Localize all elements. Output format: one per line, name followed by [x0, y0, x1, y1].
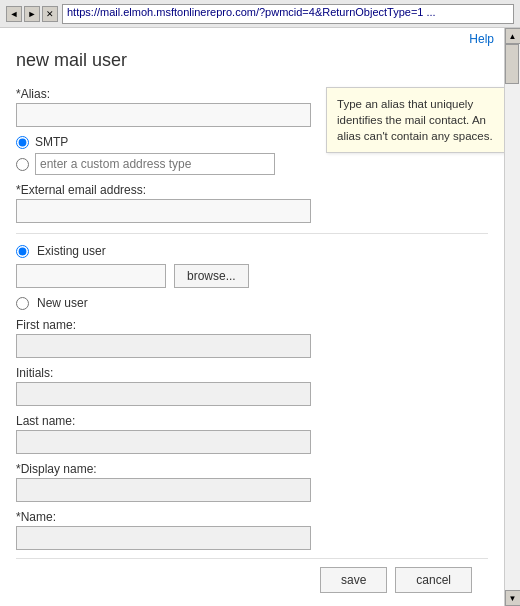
browse-button[interactable]: browse...	[174, 264, 249, 288]
name-section: *Name:	[16, 510, 488, 550]
form-container: new mail user *Alias: Type an alias that…	[0, 50, 504, 606]
name-label: *Name:	[16, 510, 488, 524]
page-title: new mail user	[16, 50, 488, 71]
custom-address-row	[16, 153, 488, 175]
new-user-row: New user	[16, 296, 488, 310]
cancel-button[interactable]: cancel	[395, 567, 472, 593]
custom-address-radio[interactable]	[16, 158, 29, 171]
display-name-section: *Display name:	[16, 462, 488, 502]
last-name-section: Last name:	[16, 414, 488, 454]
new-user-label[interactable]: New user	[37, 296, 88, 310]
forward-button[interactable]: ►	[24, 6, 40, 22]
user-type-section: Existing user browse... New user	[16, 244, 488, 310]
external-email-input[interactable]	[16, 199, 311, 223]
display-name-label: *Display name:	[16, 462, 488, 476]
section-divider	[16, 233, 488, 234]
existing-user-label[interactable]: Existing user	[37, 244, 106, 258]
alias-tooltip: Type an alias that uniquely identifies t…	[326, 87, 504, 153]
scroll-thumb[interactable]	[505, 44, 519, 84]
tooltip-text: Type an alias that uniquely identifies t…	[337, 98, 493, 142]
scroll-up-arrow[interactable]: ▲	[505, 28, 521, 44]
last-name-input[interactable]	[16, 430, 311, 454]
new-user-radio[interactable]	[16, 297, 29, 310]
address-bar[interactable]: https://mail.elmoh.msftonlinerepro.com/?…	[62, 4, 514, 24]
smtp-label[interactable]: SMTP	[35, 135, 68, 149]
display-name-input[interactable]	[16, 478, 311, 502]
scroll-down-arrow[interactable]: ▼	[505, 590, 521, 606]
browser-bar: ◄ ► ✕ https://mail.elmoh.msftonlinerepro…	[0, 0, 520, 28]
browse-row: browse...	[16, 264, 488, 288]
first-name-label: First name:	[16, 318, 488, 332]
help-link[interactable]: Help	[0, 28, 504, 50]
action-bar: save cancel	[16, 558, 488, 601]
scrollbar[interactable]: ▲ ▼	[504, 28, 520, 606]
first-name-input[interactable]	[16, 334, 311, 358]
custom-address-input[interactable]	[35, 153, 275, 175]
existing-user-row: Existing user	[16, 244, 488, 258]
alias-input[interactable]	[16, 103, 311, 127]
page-wrapper: Help new mail user *Alias: Type an alias…	[0, 28, 520, 606]
smtp-radio[interactable]	[16, 136, 29, 149]
existing-user-input[interactable]	[16, 264, 166, 288]
external-email-label: *External email address:	[16, 183, 488, 197]
scroll-track[interactable]	[505, 44, 520, 590]
initials-input[interactable]	[16, 382, 311, 406]
save-button[interactable]: save	[320, 567, 387, 593]
last-name-label: Last name:	[16, 414, 488, 428]
alias-section: *Alias: Type an alias that uniquely iden…	[16, 87, 488, 127]
stop-button[interactable]: ✕	[42, 6, 58, 22]
existing-user-radio[interactable]	[16, 245, 29, 258]
initials-section: Initials:	[16, 366, 488, 406]
external-email-section: *External email address:	[16, 183, 488, 223]
initials-label: Initials:	[16, 366, 488, 380]
back-button[interactable]: ◄	[6, 6, 22, 22]
main-content: Help new mail user *Alias: Type an alias…	[0, 28, 504, 606]
first-name-section: First name:	[16, 318, 488, 358]
name-input[interactable]	[16, 526, 311, 550]
browser-controls[interactable]: ◄ ► ✕	[6, 6, 58, 22]
